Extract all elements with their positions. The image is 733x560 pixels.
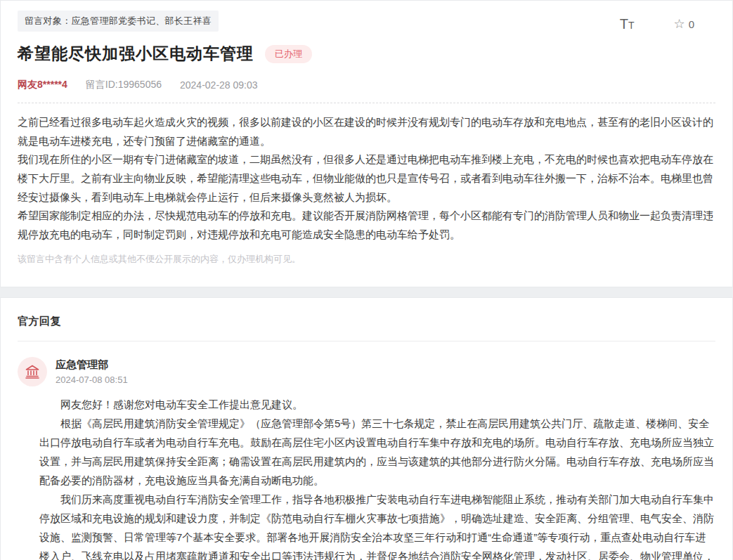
message-card: 留言对象：应急管理部党委书记、部长王祥喜 TT ☆ 0 希望能尽快加强小区电动车… [0, 0, 733, 287]
message-paragraph: 我们现在所住的小区一期有专门进储藏室的坡道，二期虽然没有，但很多人还是通过电梯把… [18, 150, 715, 207]
message-meta-row: 网友8*****4 留言ID:19965056 2024-02-28 09:03 [18, 79, 715, 103]
reply-paragraph: 我们历来高度重视电动自行车消防安全管理工作，指导各地积极推广安装电动自行车进电梯… [39, 490, 715, 560]
privacy-note: 该留言中含有个人信息或其他不便公开展示的内容，仅办理机构可见。 [18, 253, 715, 266]
message-title: 希望能尽快加强小区电动车管理 [18, 43, 254, 65]
agency-name: 应急管理部 [56, 358, 128, 372]
message-author: 网友8*****4 [18, 79, 67, 91]
section-gap [0, 287, 733, 297]
reply-author-block: 应急管理部 2024-07-08 08:51 [56, 358, 128, 385]
reply-body: 网友您好！感谢您对电动车安全工作提出意见建议。 根据《高层民用建筑消防安全管理规… [39, 395, 715, 560]
government-building-icon [24, 363, 41, 380]
font-size-button[interactable]: TT [620, 17, 635, 31]
font-size-small-glyph: T [628, 20, 635, 31]
message-card-top-row: 留言对象：应急管理部党委书记、部长王祥喜 TT ☆ 0 [18, 11, 715, 32]
message-title-row: 希望能尽快加强小区电动车管理 已办理 [18, 43, 715, 65]
reply-section-title: 官方回复 [18, 315, 715, 328]
reply-paragraph: 网友您好！感谢您对电动车安全工作提出意见建议。 [39, 395, 715, 414]
status-badge: 已办理 [265, 45, 312, 63]
message-body: 之前已经看过很多电动车起火造成火灾的视频，很多以前建设的小区在建设的时候并没有规… [18, 113, 715, 245]
message-target-tag: 留言对象：应急管理部党委书记、部长王祥喜 [18, 11, 219, 32]
message-date: 2024-02-28 09:03 [180, 79, 258, 91]
message-paragraph: 希望国家能制定相应的办法，尽快规范电动车的停放和充电。建议能否开展消防网格管理，… [18, 207, 715, 244]
agency-avatar [18, 357, 47, 386]
official-reply-card: 官方回复 应急管理部 2024-07-08 08:51 网友您好！感谢您对电动车… [0, 297, 733, 560]
reply-header: 应急管理部 2024-07-08 08:51 [18, 357, 715, 386]
message-paragraph: 之前已经看过很多电动车起火造成火灾的视频，很多以前建设的小区在建设的时候并没有规… [18, 113, 715, 150]
message-actions: TT ☆ 0 [620, 11, 715, 32]
message-id: 留言ID:19965056 [86, 79, 162, 91]
reply-paragraph: 根据《高层民用建筑消防安全管理规定》（应急管理部令第5号）第三十七条规定，禁止在… [39, 414, 715, 490]
font-size-large-glyph: T [620, 16, 628, 32]
reply-divider [18, 341, 715, 341]
star-icon: ☆ [674, 16, 685, 32]
reply-date: 2024-07-08 08:51 [56, 375, 128, 385]
favorite-count: 0 [689, 18, 694, 30]
favorite-button[interactable]: ☆ 0 [674, 16, 694, 32]
